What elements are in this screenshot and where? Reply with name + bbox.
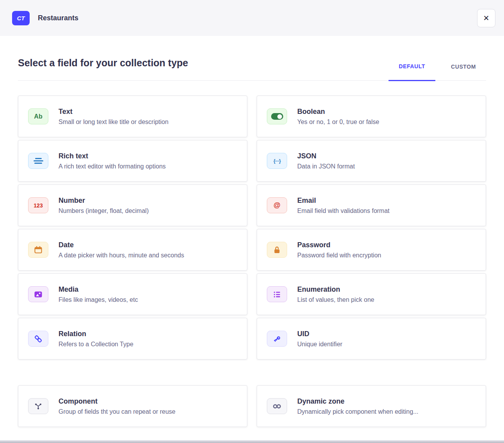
rich-text-lines-icon [28,153,48,169]
toggle-glyph [271,113,283,120]
branch-nodes-icon [28,398,48,414]
bullet-list-icon [267,286,287,302]
field-card-email[interactable]: @ Email Email field with validations for… [257,184,486,226]
footer-edge [0,440,504,443]
field-title: Boolean [297,108,379,116]
key-icon-svg [272,334,282,344]
modal-header: CT Restaurants ✕ [0,0,504,36]
field-card-date[interactable]: Date A date picker with hours, minute an… [18,229,247,271]
field-title: Enumeration [297,285,374,294]
lock-icon [267,242,287,258]
picture-icon-svg [34,290,43,299]
field-card-uid[interactable]: UID Unique identifier [257,318,486,360]
tab-default[interactable]: DEFAULT [389,57,435,81]
field-description: Email field with validations format [297,207,390,214]
field-card-relation[interactable]: Relation Refers to a Collection Type [18,318,247,360]
field-description: Data in JSON format [297,163,355,170]
field-card-json[interactable]: {···} JSON Data in JSON format [257,140,486,182]
field-card-component[interactable]: Component Group of fields tht you can re… [18,385,247,427]
field-card-enumeration[interactable]: Enumeration List of values, then pick on… [257,273,486,315]
tab-custom-label: CUSTOM [451,64,476,70]
email-at-icon: @ [267,197,287,213]
field-card-dynamic-zone[interactable]: Dynamic zone Dynamically pick component … [257,385,486,427]
field-title: Dynamic zone [297,397,418,406]
field-card-number[interactable]: 123 Number Numbers (integer, float, deci… [18,184,247,226]
infinity-icon-svg [272,402,282,411]
field-title: Relation [59,330,133,338]
field-card-media[interactable]: Media Files like images, videos, etc [18,273,247,315]
page-title: Select a field for your collection type [18,57,188,69]
modal-body: Select a field for your collection type … [0,57,504,427]
field-grid-main: Ab Text Small or long text like title or… [18,96,486,360]
field-description: Dynamically pick component when editing.… [297,408,418,415]
close-button[interactable]: ✕ [477,9,495,27]
field-title: Media [59,285,138,294]
heading-row: Select a field for your collection type … [18,57,486,81]
field-description: Group of fields tht you can repeat or re… [59,408,176,415]
field-description: Password field with encryption [297,252,381,259]
field-description: A date picker with hours, minute and sec… [59,252,184,259]
lock-icon-svg [272,245,282,255]
chain-link-icon [28,331,48,347]
field-description: Yes or no, 1 or 0, true or false [297,119,379,126]
json-braces-glyph: {···} [273,158,280,164]
key-icon [267,331,287,347]
calendar-icon-svg [34,245,43,255]
field-card-boolean[interactable]: Boolean Yes or no, 1 or 0, true or false [257,96,486,137]
field-description: Numbers (integer, float, decimal) [59,207,149,214]
close-icon: ✕ [483,14,490,23]
field-title: UID [297,330,343,338]
json-braces-icon: {···} [267,153,287,169]
text-lines-glyph [34,158,43,164]
tab-default-label: DEFAULT [399,63,425,69]
bullet-list-icon-svg [272,290,282,299]
text-ab-icon: Ab [28,108,48,124]
field-description: Small or long text like title or descrip… [59,119,169,126]
field-grid-extra: Component Group of fields tht you can re… [18,385,486,427]
chain-link-icon-svg [34,334,43,344]
field-title: JSON [297,152,355,160]
branch-nodes-icon-svg [34,402,43,411]
field-card-text[interactable]: Ab Text Small or long text like title or… [18,96,247,137]
tab-custom[interactable]: CUSTOM [441,57,486,80]
collection-type-badge: CT [12,11,30,25]
field-title: Text [59,108,169,116]
field-description: Refers to a Collection Type [59,341,133,348]
boolean-toggle-icon [267,108,287,124]
number-123-glyph: 123 [34,202,43,209]
field-title: Number [59,197,149,205]
field-title: Rich text [59,152,166,160]
tab-bar: DEFAULT CUSTOM [389,57,486,80]
field-description: Unique identifier [297,341,343,348]
field-description: Files like images, videos, etc [59,296,138,303]
field-card-password[interactable]: Password Password field with encryption [257,229,486,271]
field-title: Component [59,397,176,406]
infinity-icon [267,398,287,414]
email-at-glyph: @ [273,201,280,209]
text-ab-glyph: Ab [34,113,42,120]
field-card-rich-text[interactable]: Rich text A rich text editor with format… [18,140,247,182]
collection-type-badge-label: CT [17,15,25,21]
picture-icon [28,286,48,302]
field-description: List of values, then pick one [297,296,374,303]
field-title: Password [297,241,381,249]
number-123-icon: 123 [28,197,48,213]
field-title: Date [59,241,184,249]
field-title: Email [297,197,390,205]
field-description: A rich text editor with formating option… [59,163,166,170]
modal-title: Restaurants [38,14,477,22]
calendar-icon [28,242,48,258]
